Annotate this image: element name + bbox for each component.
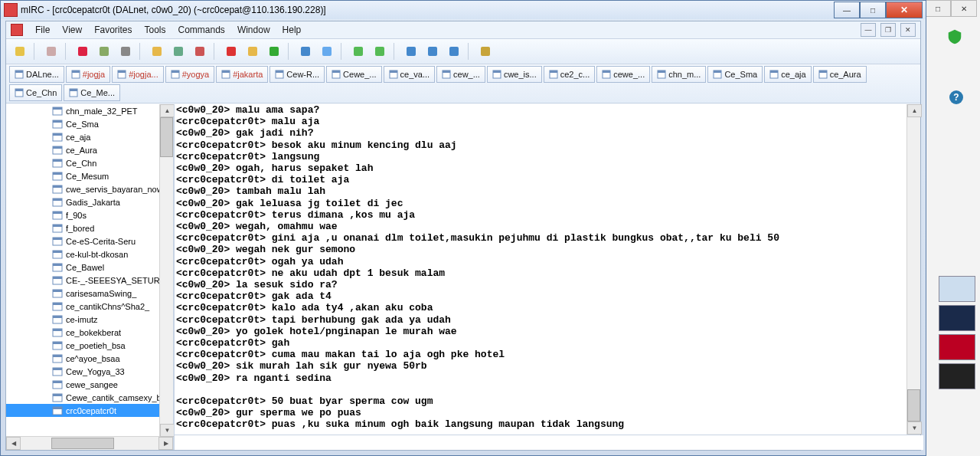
scroll-down-button[interactable]: ▼: [160, 424, 175, 437]
about-icon[interactable]: [476, 42, 495, 61]
switchbar-tab[interactable]: ce_Aura: [813, 66, 867, 83]
menu-tools[interactable]: Tools: [139, 23, 172, 37]
switchbar-tab[interactable]: #yogya: [165, 66, 214, 83]
treebar-item[interactable]: chn_male_32_PET: [6, 104, 173, 117]
mdi-minimize-button[interactable]: —: [861, 23, 876, 37]
switchbar-tab[interactable]: Cew-R...: [270, 66, 325, 83]
switchbar-tab[interactable]: Ce_Chn: [9, 84, 62, 101]
treebar-item[interactable]: ce_poetieh_bsa: [6, 339, 173, 352]
menu-help[interactable]: Help: [276, 23, 308, 37]
bg-close-button[interactable]: ✕: [951, 0, 977, 17]
treebar-item[interactable]: ce_Aura: [6, 143, 173, 156]
menu-favorites[interactable]: Favorites: [88, 23, 138, 37]
transfers-icon[interactable]: [169, 42, 188, 61]
treebar-item[interactable]: ce-kul-bt-dkosan: [6, 248, 173, 261]
treebar-item[interactable]: crc0cepatcr0t: [6, 404, 173, 417]
mdi-close-button[interactable]: ✕: [900, 23, 916, 37]
switchbar-tab[interactable]: #jogja: [66, 66, 110, 83]
treebar-item[interactable]: Ce_Bawel: [6, 261, 173, 274]
svg-rect-8: [227, 47, 236, 56]
switchbar-tab[interactable]: Ce_Me...: [64, 84, 120, 101]
hscroll-thumb[interactable]: [51, 438, 114, 449]
menu-view[interactable]: View: [56, 23, 88, 37]
treebar-item[interactable]: Cew_Yogya_33: [6, 365, 173, 378]
switchbar-tab[interactable]: #jakarta: [216, 66, 268, 83]
chat-vscrollbar[interactable]: ▲ ▼: [906, 104, 920, 435]
maximize-button[interactable]: □: [860, 2, 886, 18]
mdi-restore-button[interactable]: ❐: [880, 23, 896, 37]
adguard-shield-icon[interactable]: [946, 28, 963, 46]
chat-scroll-down-button[interactable]: ▼: [907, 422, 922, 435]
treebar-item[interactable]: carisesamaSwing_: [6, 287, 173, 300]
treebar-item[interactable]: Cewe_cantik_camsexy_bayaran: [6, 391, 173, 404]
svg-rect-110: [53, 225, 62, 227]
address-book-icon[interactable]: [42, 42, 60, 61]
treebar-item[interactable]: ce_cantikChns^Sha2_: [6, 300, 173, 313]
flag-red-icon[interactable]: [222, 42, 240, 61]
treebar-item[interactable]: f_90s: [6, 208, 173, 221]
treebar-item[interactable]: cwe_servis_bayaran_now: [6, 182, 173, 195]
menu-file[interactable]: File: [29, 23, 56, 37]
scroll-left-button[interactable]: ◀: [6, 437, 21, 450]
chat-input[interactable]: [175, 435, 923, 450]
treebar-hscrollbar[interactable]: ◀ ▶: [6, 436, 173, 450]
menu-window[interactable]: Window: [231, 23, 276, 37]
switchbar-tab[interactable]: DALne...: [9, 66, 64, 83]
switchbar-tab[interactable]: ce_va...: [384, 66, 436, 83]
treebar-list[interactable]: chn_male_32_PETCe_Smace_ajace_AuraCe_Chn…: [6, 104, 173, 436]
tile-vert-icon[interactable]: [423, 42, 442, 61]
scroll-right-button[interactable]: ▶: [158, 437, 173, 450]
chat-scroll-up-button[interactable]: ▲: [907, 104, 922, 117]
treebar-item[interactable]: ce_aja: [6, 130, 173, 143]
options-gear-icon[interactable]: [116, 42, 135, 61]
switchbar-tab[interactable]: Ce_Sma: [707, 66, 763, 83]
switchbar-tab[interactable]: #jogja...: [112, 66, 164, 83]
treebar-item[interactable]: f_bored: [6, 221, 173, 235]
minimize-button[interactable]: —: [834, 2, 860, 18]
tile-horiz-icon[interactable]: [402, 42, 420, 61]
switchbar-tab[interactable]: Cewe_...: [326, 66, 381, 83]
scroll-thumb[interactable]: [160, 117, 173, 157]
treebar-item[interactable]: Ce_Chn: [6, 156, 173, 169]
mdi-system-icon[interactable]: [11, 24, 23, 36]
switchbar-tab[interactable]: cwe_is...: [487, 66, 542, 83]
cascade-icon[interactable]: [445, 42, 463, 61]
close-button[interactable]: ✕: [886, 2, 923, 18]
treebar-item-label: Ce-eS-Cerita-Seru: [66, 237, 136, 246]
switchbar-tab[interactable]: chn_m...: [652, 66, 706, 83]
new-query-icon[interactable]: [371, 42, 389, 61]
svg-rect-30: [276, 71, 283, 73]
flag-yellow-icon[interactable]: [243, 42, 262, 61]
treebar-item[interactable]: Gadis_Jakarta: [6, 195, 173, 208]
colors-icon[interactable]: [191, 42, 209, 61]
treebar-item[interactable]: CE-_-SEEESYA_SETURRAN: [6, 274, 173, 287]
folder-icon[interactable]: [148, 42, 166, 61]
treebar-item[interactable]: ce^ayoe_bsaa: [6, 352, 173, 365]
treebar-vscrollbar[interactable]: ▲ ▼: [159, 104, 173, 437]
list-icon[interactable]: [296, 42, 315, 61]
switchbar-tab[interactable]: ce2_c...: [544, 66, 596, 83]
switchbar-tab[interactable]: cewe_...: [596, 66, 650, 83]
favorites-heart-icon[interactable]: [74, 42, 92, 61]
treebar-item[interactable]: Ce-eS-Cerita-Seru: [6, 235, 173, 248]
connect-icon[interactable]: [11, 42, 29, 61]
treebar-item[interactable]: ce-imutz: [6, 313, 173, 326]
help-badge-icon[interactable]: ?: [949, 90, 963, 104]
menu-commands[interactable]: Commands: [172, 23, 231, 37]
titlebar[interactable]: mIRC - [crc0cepatcr0t (DALnet, c0w0_20) …: [1, 1, 926, 19]
treebar-item[interactable]: cewe_sangee: [6, 378, 173, 391]
channels-icon[interactable]: [318, 42, 336, 61]
switchbar-tab[interactable]: ce_aja: [764, 66, 811, 83]
tab-label: Ce_Me...: [80, 88, 115, 97]
scripts-icon[interactable]: [95, 42, 113, 61]
new-window-icon[interactable]: [349, 42, 368, 61]
switchbar-tab[interactable]: cew_...: [436, 66, 485, 83]
treebar-item[interactable]: Ce_Sma: [6, 117, 173, 130]
treebar-item[interactable]: ce_bokekberat: [6, 326, 173, 339]
chat-scroll-thumb[interactable]: [907, 389, 920, 422]
chat-log[interactable]: <c0w0_20> malu ama sapa? <crc0cepatcr0t>…: [175, 104, 920, 435]
flag-green-icon[interactable]: [265, 42, 283, 61]
bg-maximize-button[interactable]: □: [925, 0, 951, 17]
scroll-up-button[interactable]: ▲: [160, 104, 175, 117]
treebar-item[interactable]: Ce_Mesum: [6, 169, 173, 182]
